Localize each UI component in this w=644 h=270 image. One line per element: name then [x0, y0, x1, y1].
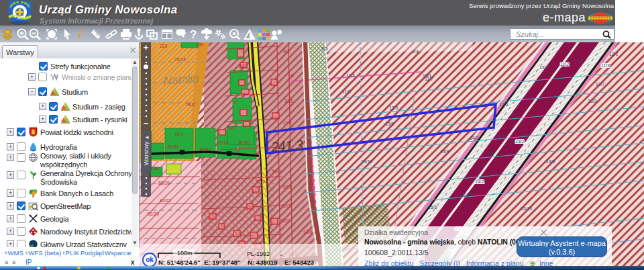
svg-text:82/20: 82/20	[158, 181, 170, 185]
svg-text:92/2: 92/2	[272, 169, 281, 174]
svg-text:13/3: 13/3	[588, 99, 596, 103]
svg-text:13/5: 13/5	[499, 102, 508, 107]
svg-text:?: ?	[190, 28, 197, 41]
svg-text:92/5: 92/5	[283, 185, 292, 189]
svg-text:14/8: 14/8	[303, 230, 312, 234]
svg-text:14/2: 14/2	[470, 136, 478, 140]
svg-text:82/22: 82/22	[160, 198, 171, 203]
svg-text:15/10: 15/10	[521, 206, 532, 211]
svg-text:76/14: 76/14	[174, 57, 186, 62]
svg-text:14/10: 14/10	[361, 159, 372, 164]
svg-text:14/7: 14/7	[495, 134, 504, 139]
svg-text:13/2: 13/2	[539, 65, 548, 70]
svg-text:9/1: 9/1	[283, 49, 290, 54]
svg-text:223: 223	[160, 44, 168, 48]
svg-text:⌄: ⌄	[279, 251, 284, 257]
svg-text:13/2: 13/2	[515, 139, 525, 144]
svg-text:15/9: 15/9	[460, 193, 469, 197]
svg-text:9/3: 9/3	[412, 49, 419, 54]
svg-text:12/7: 12/7	[596, 82, 604, 87]
svg-text:80/17: 80/17	[200, 147, 211, 152]
svg-text:77: 77	[233, 100, 239, 105]
svg-text:11/6: 11/6	[283, 120, 292, 125]
svg-text:14/2: 14/2	[475, 179, 484, 184]
svg-text:92/20: 92/20	[148, 212, 159, 216]
svg-text:92/24: 92/24	[256, 179, 268, 184]
svg-text:10: 10	[288, 73, 294, 78]
svg-text:13/6: 13/6	[385, 122, 394, 126]
svg-text:i: i	[78, 29, 82, 40]
svg-text:78/3: 78/3	[185, 102, 194, 107]
svg-text:92/1: 92/1	[280, 218, 289, 223]
svg-text:15/8: 15/8	[428, 205, 437, 210]
svg-text:230: 230	[196, 42, 204, 47]
svg-text:11/2: 11/2	[560, 62, 569, 66]
svg-text:8/5: 8/5	[321, 46, 328, 51]
svg-text:78/2: 78/2	[239, 64, 248, 69]
svg-text:12/2: 12/2	[609, 52, 618, 56]
svg-text:11/5: 11/5	[284, 99, 293, 103]
svg-text:92/3: 92/3	[282, 204, 290, 208]
svg-text:79/2: 79/2	[227, 126, 235, 130]
svg-text:100m: 100m	[177, 250, 193, 257]
svg-text:82/18: 82/18	[217, 140, 229, 145]
svg-text:241.3: 241.3	[270, 137, 304, 154]
svg-text:11/6: 11/6	[342, 89, 351, 94]
svg-text:80/20: 80/20	[239, 140, 250, 145]
svg-text:12/5: 12/5	[389, 105, 398, 110]
svg-text:11/5: 11/5	[346, 73, 355, 78]
svg-text:13/1: 13/1	[423, 73, 431, 78]
svg-text:80/16: 80/16	[168, 144, 179, 149]
svg-text:14/8: 14/8	[546, 159, 555, 164]
svg-text:79/1: 79/1	[174, 132, 183, 137]
svg-text:PL-1992: PL-1992	[247, 251, 270, 257]
svg-text:Natolin: Natolin	[163, 72, 199, 87]
svg-text:11/3: 11/3	[601, 63, 610, 68]
svg-text:12/2: 12/2	[574, 58, 583, 63]
svg-text:14/9: 14/9	[440, 149, 449, 154]
